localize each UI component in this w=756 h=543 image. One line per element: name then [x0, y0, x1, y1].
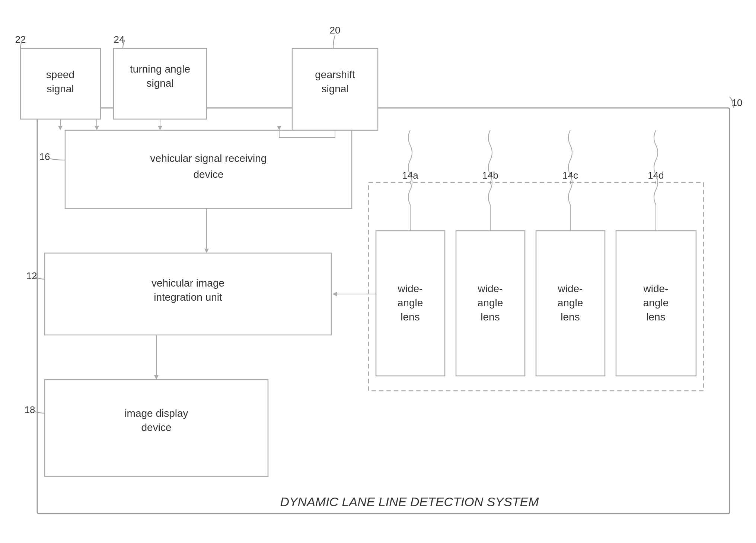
image-integration-label2: integration unit	[154, 291, 222, 303]
ref-18: 18	[25, 404, 35, 415]
ref-22: 22	[15, 34, 26, 45]
turning-angle-label2: signal	[146, 77, 173, 89]
gearshift-signal-label: gearshift	[315, 69, 355, 80]
ref-24: 24	[114, 34, 125, 45]
svg-marker-16	[158, 126, 162, 130]
wide-angle-1-label3: lens	[401, 311, 420, 323]
ref-20: 20	[330, 25, 341, 36]
diagram-container: 10 speed signal 22 turning angle signal …	[0, 0, 756, 543]
gearshift-signal-label2: signal	[321, 83, 348, 95]
wide-angle-3-label: wide-	[558, 283, 583, 294]
wide-angle-3-label2: angle	[558, 297, 583, 309]
svg-marker-22	[204, 249, 209, 253]
speed-signal-label2: signal	[47, 83, 74, 95]
wide-angle-4-label3: lens	[646, 311, 665, 323]
wide-angle-3-label3: lens	[561, 311, 580, 323]
vehicular-signal-label2: device	[194, 169, 224, 180]
image-display-label: image display	[124, 408, 188, 419]
image-integration-label: vehicular image	[151, 277, 224, 289]
svg-marker-24	[154, 375, 159, 380]
ref-16: 16	[39, 151, 50, 162]
image-display-label2: device	[141, 422, 172, 433]
speed-signal-label: speed	[46, 69, 74, 80]
svg-marker-26	[332, 292, 337, 296]
wide-angle-2-label3: lens	[481, 311, 500, 323]
vehicular-signal-label: vehicular signal receiving	[150, 153, 267, 164]
ref-12: 12	[26, 270, 37, 281]
turning-angle-label: turning angle	[130, 63, 190, 75]
wide-angle-1-label2: angle	[398, 297, 423, 309]
wide-angle-2-label2: angle	[478, 297, 503, 309]
svg-marker-11	[58, 126, 63, 130]
system-label: DYNAMIC LANE LINE DETECTION SYSTEM	[280, 495, 539, 509]
wide-angle-1-label: wide-	[398, 283, 423, 294]
svg-marker-14	[95, 126, 99, 130]
wide-angle-2-label: wide-	[478, 283, 503, 294]
wide-angle-4-label2: angle	[643, 297, 669, 309]
svg-marker-20	[277, 126, 281, 130]
wide-angle-4-label: wide-	[643, 283, 669, 294]
